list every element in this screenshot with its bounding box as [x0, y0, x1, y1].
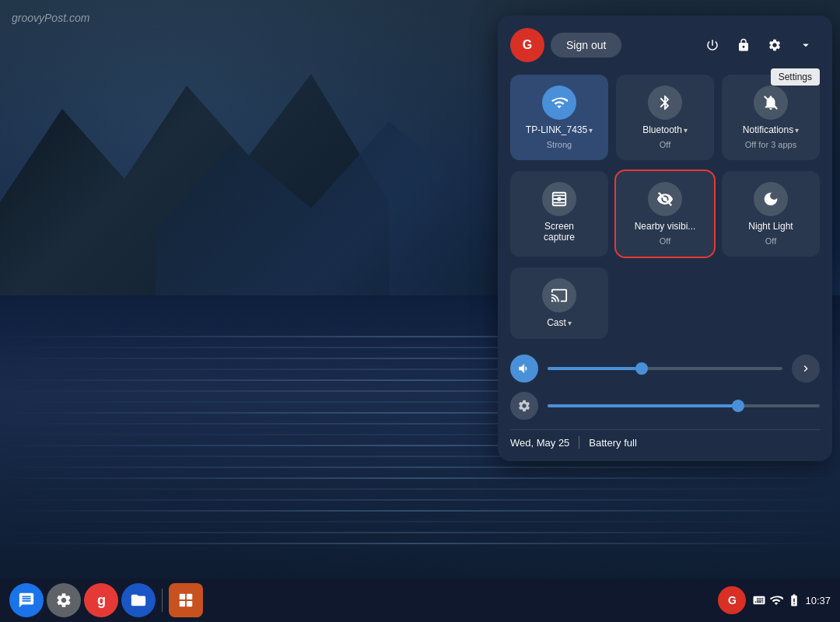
- taskbar-time: 10:37: [805, 595, 831, 606]
- svg-rect-7: [187, 601, 192, 606]
- nearby-visibility-toggle[interactable]: Nearby visibi... Off: [616, 171, 714, 257]
- taskbar-app-google[interactable]: g: [84, 583, 118, 617]
- chevron-right-icon: [800, 362, 812, 375]
- wifi-label-row: TP-LINK_7435 ▾: [526, 124, 593, 135]
- avatar: G: [510, 28, 544, 62]
- brightness-icon-button[interactable]: [510, 392, 538, 420]
- night-light-toggle[interactable]: Night Light Off: [722, 171, 820, 257]
- media-next-button[interactable]: [792, 355, 820, 383]
- taskbar: g G: [0, 578, 840, 622]
- volume-slider-row: [510, 355, 820, 383]
- taskbar-apps: g: [9, 583, 718, 617]
- svg-rect-6: [180, 601, 185, 606]
- screen-capture-icon-circle: [542, 182, 576, 216]
- volume-slider-thumb[interactable]: [635, 362, 648, 375]
- quick-settings-panel: Settings G Sign out: [498, 16, 832, 461]
- volume-icon-button[interactable]: [510, 355, 538, 383]
- wifi-icon-circle: [542, 86, 576, 120]
- lock-button[interactable]: [730, 31, 758, 59]
- night-light-icon-circle: [754, 182, 788, 216]
- screen-capture-label: Screencapture: [544, 221, 575, 243]
- wifi-label: TP-LINK_7435: [526, 124, 587, 135]
- notifications-label-row: Notifications ▾: [743, 124, 799, 135]
- nearby-visibility-icon: [656, 190, 674, 208]
- bluetooth-icon: [656, 94, 674, 111]
- notifications-sublabel: Off for 3 apps: [745, 140, 796, 149]
- cast-label-row: Cast ▾: [547, 317, 572, 328]
- svg-rect-5: [187, 594, 192, 599]
- power-button[interactable]: [698, 31, 726, 59]
- messages-icon: [18, 592, 35, 609]
- notifications-icon-circle: [754, 86, 788, 120]
- bluetooth-dropdown-icon: ▾: [684, 126, 688, 135]
- screen-capture-toggle[interactable]: Screencapture: [510, 171, 608, 257]
- notifications-dropdown-icon: ▾: [795, 126, 799, 135]
- cast-icon-circle: [542, 278, 576, 313]
- sign-out-button[interactable]: Sign out: [551, 33, 621, 58]
- taskbar-wifi-icon: [769, 593, 783, 607]
- panel-top-icons: [698, 31, 820, 59]
- notifications-toggle[interactable]: Notifications ▾ Off for 3 apps: [722, 75, 820, 160]
- cast-label: Cast: [547, 317, 566, 328]
- screen-capture-icon: [551, 190, 568, 208]
- volume-slider-fill: [548, 367, 642, 370]
- brightness-slider-track[interactable]: [548, 404, 820, 407]
- brightness-icon: [517, 399, 531, 413]
- volume-icon: [517, 362, 531, 376]
- gear-icon: [768, 38, 782, 52]
- taskbar-avatar[interactable]: G: [718, 586, 746, 614]
- taskbar-battery-icon: [786, 593, 802, 607]
- taskbar-keyboard-icon: [752, 593, 766, 607]
- cast-toggle[interactable]: Cast ▾: [510, 267, 608, 339]
- files-icon: [130, 592, 147, 609]
- taskbar-app-files[interactable]: [121, 583, 156, 617]
- wifi-toggle[interactable]: TP-LINK_7435 ▾ Strong: [510, 75, 608, 160]
- nearby-visibility-sublabel: Off: [660, 236, 670, 246]
- wifi-sublabel: Strong: [547, 140, 572, 149]
- chevron-down-icon: [799, 38, 813, 52]
- status-battery: Battery full: [589, 437, 636, 449]
- bluetooth-label: Bluetooth: [642, 124, 682, 135]
- settings-taskbar-icon: [55, 592, 72, 609]
- cast-row: Cast ▾: [510, 267, 820, 339]
- nearby-visibility-label: Nearby visibi...: [635, 221, 696, 232]
- nearby-visibility-icon-circle: [648, 182, 682, 216]
- watermark: groovyPost.com: [12, 12, 89, 24]
- settings-tooltip: Settings: [771, 68, 820, 86]
- taskbar-system-area[interactable]: 10:37: [752, 593, 831, 607]
- brightness-slider-thumb[interactable]: [732, 400, 744, 412]
- taskbar-app-office[interactable]: [169, 583, 203, 617]
- settings-button[interactable]: [761, 31, 789, 59]
- toggles-row-1: TP-LINK_7435 ▾ Strong Bluetooth ▾ Off: [510, 75, 820, 160]
- cast-icon: [551, 287, 568, 304]
- night-light-sublabel: Off: [765, 236, 776, 246]
- taskbar-app-messages[interactable]: [9, 583, 44, 617]
- status-divider: [579, 436, 579, 449]
- toggles-row-2: Screencapture Nearby visibi... Off Night…: [510, 171, 820, 257]
- notifications-label: Notifications: [743, 124, 793, 135]
- wifi-icon: [551, 94, 568, 111]
- lock-icon: [737, 38, 751, 52]
- bluetooth-label-row: Bluetooth ▾: [642, 124, 688, 135]
- taskbar-app-settings[interactable]: [47, 583, 81, 617]
- bluetooth-sublabel: Off: [660, 140, 670, 149]
- office-icon: [177, 592, 194, 609]
- svg-rect-4: [180, 594, 185, 599]
- night-light-label: Night Light: [748, 221, 793, 232]
- panel-bottom: Wed, May 25 Battery full: [510, 429, 820, 449]
- power-icon: [705, 38, 719, 52]
- volume-slider-track[interactable]: [548, 367, 782, 370]
- bluetooth-icon-circle: [648, 86, 682, 120]
- google-letter-icon: g: [97, 592, 105, 609]
- bluetooth-toggle[interactable]: Bluetooth ▾ Off: [616, 75, 714, 160]
- taskbar-right: G 10:37: [718, 586, 831, 614]
- panel-top-row: G Sign out: [510, 28, 820, 62]
- mountain-right: [156, 78, 544, 295]
- wifi-dropdown-icon: ▾: [589, 126, 593, 135]
- taskbar-separator: [162, 589, 163, 612]
- brightness-slider-row: [510, 392, 820, 420]
- brightness-slider-fill: [548, 404, 738, 407]
- night-light-icon: [762, 190, 779, 208]
- status-date: Wed, May 25: [510, 437, 569, 449]
- collapse-button[interactable]: [792, 31, 820, 59]
